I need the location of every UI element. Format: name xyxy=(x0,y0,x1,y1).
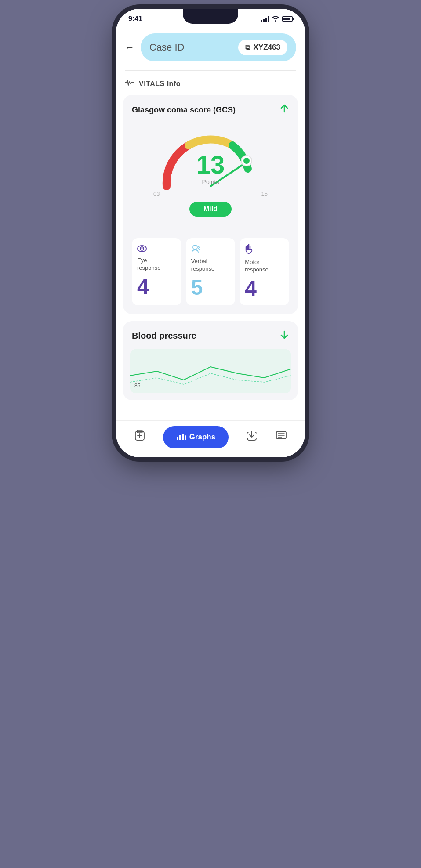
motor-response-label: Motorresponse xyxy=(245,259,284,274)
eye-icon xyxy=(137,244,176,254)
case-id-label: Case ID xyxy=(149,42,184,53)
bp-chart-label: 85 xyxy=(134,383,140,389)
svg-rect-15 xyxy=(185,435,186,440)
svg-rect-12 xyxy=(177,437,178,440)
gcs-gauge: 13 Points 03 15 Mild xyxy=(132,120,289,224)
gcs-score-value: 13 xyxy=(196,152,225,177)
screen-content: ← Case ID ⧉ XYZ463 VITALS Info Glasgow xyxy=(116,26,305,420)
gcs-trend-up-icon xyxy=(279,104,289,116)
eye-response-label: Eyeresponse xyxy=(137,257,176,272)
signal-bars-icon xyxy=(261,16,269,22)
gauge-center: 13 Points xyxy=(196,152,225,185)
case-id-value-pill[interactable]: ⧉ XYZ463 xyxy=(238,40,287,55)
add-nav-item[interactable] xyxy=(134,430,146,445)
vitals-header: VITALS Info xyxy=(116,71,305,95)
copy-icon: ⧉ xyxy=(245,43,250,51)
phone-frame: 9:41 ← Case ID ⧉ xyxy=(116,9,305,457)
svg-rect-13 xyxy=(179,435,181,440)
graphs-nav-button[interactable]: Graphs xyxy=(163,426,229,448)
verbal-response-card: Verbalresponse 5 xyxy=(186,238,236,305)
verbal-icon xyxy=(191,244,230,255)
message-nav-item[interactable] xyxy=(275,430,287,445)
verbal-response-label: Verbalresponse xyxy=(191,258,230,273)
wifi-icon xyxy=(272,15,279,23)
graphs-icon xyxy=(176,432,186,442)
case-id-pill: Case ID ⧉ XYZ463 xyxy=(141,33,296,61)
download-icon xyxy=(246,430,258,445)
eye-response-value: 4 xyxy=(137,276,176,297)
graphs-label: Graphs xyxy=(189,433,216,441)
bp-chart-area: 85 xyxy=(130,349,291,393)
gauge-min-label: 03 xyxy=(153,191,160,197)
status-bar: 9:41 xyxy=(116,9,305,26)
severity-badge: Mild xyxy=(189,202,232,217)
bp-trend-down-icon xyxy=(279,330,289,342)
svg-point-2 xyxy=(243,158,250,164)
gcs-title: Glasgow coma score (GCS) xyxy=(132,105,236,115)
back-button[interactable]: ← xyxy=(125,42,134,53)
svg-point-6 xyxy=(193,245,197,250)
verbal-response-value: 5 xyxy=(191,277,230,298)
case-id-text: XYZ463 xyxy=(254,43,280,52)
gcs-card-header: Glasgow coma score (GCS) xyxy=(132,104,289,116)
gcs-score-label: Points xyxy=(196,178,225,185)
bp-title: Blood pressure xyxy=(132,331,196,341)
time-display: 9:41 xyxy=(128,15,142,23)
gauge-min-max: 03 15 xyxy=(153,191,268,197)
vitals-icon xyxy=(125,79,134,89)
svg-point-5 xyxy=(142,248,143,250)
bp-card-header: Blood pressure xyxy=(123,321,298,349)
hand-icon xyxy=(245,244,284,256)
response-grid: Eyeresponse 4 Verbalresponse 5 xyxy=(132,238,289,305)
vitals-title: VITALS Info xyxy=(139,80,181,88)
gauge-max-label: 15 xyxy=(261,191,268,197)
svg-rect-14 xyxy=(182,434,184,440)
gcs-card: Glasgow coma score (GCS) xyxy=(123,95,298,314)
motor-response-value: 4 xyxy=(245,278,284,299)
add-case-icon xyxy=(134,430,146,445)
bottom-nav: Graphs xyxy=(116,420,305,457)
download-nav-item[interactable] xyxy=(246,430,258,445)
battery-icon xyxy=(282,16,293,22)
motor-response-card: Motorresponse 4 xyxy=(240,238,289,305)
message-icon xyxy=(275,430,287,445)
svg-point-7 xyxy=(198,248,199,249)
blood-pressure-card: Blood pressure 85 xyxy=(123,321,298,400)
header: ← Case ID ⧉ XYZ463 xyxy=(116,26,305,70)
gcs-card-divider xyxy=(132,231,289,231)
eye-response-card: Eyeresponse 4 xyxy=(132,238,181,305)
notch xyxy=(183,9,238,24)
status-icons xyxy=(261,15,293,23)
